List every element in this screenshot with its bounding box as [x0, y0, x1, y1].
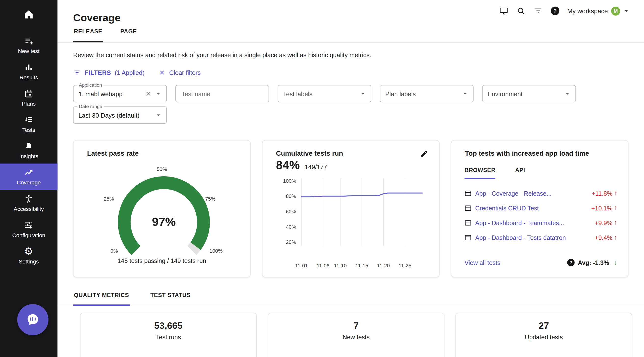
tab-browser[interactable]: BROWSER — [464, 167, 496, 179]
svg-text:11-20: 11-20 — [377, 263, 390, 268]
arrow-up-icon: ↑ — [614, 204, 617, 212]
chat-launcher-button[interactable] — [17, 304, 48, 335]
test-labels-select[interactable]: Test labels — [278, 85, 371, 102]
tab-quality-metrics[interactable]: QUALITY METRICS — [73, 286, 130, 306]
release-page-tabs: RELEASE PAGE — [58, 23, 644, 43]
plan-labels-select[interactable]: Plan labels — [380, 85, 474, 102]
stat-value: 27 — [456, 320, 632, 331]
clear-filters-button[interactable]: Clear filters — [158, 69, 201, 76]
sidebar-item-insights[interactable]: Insights — [0, 137, 58, 164]
settings-gear-icon: ⚙ — [24, 246, 34, 256]
cumulative-percent: 84% — [276, 159, 300, 172]
help-icon[interactable] — [551, 7, 559, 15]
load-time-delta: +10.1% — [591, 205, 612, 211]
quality-metrics-stats: 53,665 Test runs 7 New tests 27 Updated … — [58, 313, 644, 357]
filter-icon — [73, 69, 81, 76]
home-icon — [22, 8, 35, 20]
sidebar-item-new-test[interactable]: New test — [0, 32, 58, 59]
arrow-up-icon: ↑ — [614, 219, 617, 226]
chevron-down-icon — [360, 91, 366, 97]
sidebar-item-label: Coverage — [17, 179, 41, 186]
chat-bubble-icon — [26, 313, 40, 327]
stat-card-updated-tests: 27 Updated tests — [456, 313, 632, 357]
app-window: New test Results Plans Tests In — [0, 0, 644, 357]
application-select[interactable]: Application 1. mabl webapp — [73, 85, 167, 102]
application-field-value: 1. mabl webapp — [78, 90, 145, 97]
arrow-down-icon: ↓ — [614, 259, 617, 266]
cumulative-value-row: 84% 149/177 — [276, 159, 327, 172]
sidebar-item-settings[interactable]: ⚙ Settings — [0, 242, 58, 269]
pass-rate-value: 97% — [118, 215, 210, 229]
test-labels-value: Test labels — [283, 90, 360, 97]
sidebar-item-accessibility[interactable]: Accessibility — [0, 190, 58, 216]
filter-list-icon[interactable] — [534, 6, 543, 16]
test-link[interactable]: Credentials CRUD Test — [475, 205, 591, 211]
clear-filters-label: Clear filters — [169, 69, 201, 76]
topbar: Coverage My workspace M — [58, 0, 644, 23]
gauge-tick-50: 50% — [156, 166, 167, 172]
cumulative-line-chart: 11-0111-0611-1011-1511-2011-25100%80%60%… — [275, 174, 437, 271]
date-range-select[interactable]: Date range Last 30 Days (default) — [73, 106, 167, 124]
desktop-icon[interactable] — [499, 6, 508, 16]
browser-window-icon — [464, 205, 472, 211]
filter-fields: Application 1. mabl webapp Test labels — [73, 85, 628, 124]
stat-label: Updated tests — [456, 334, 632, 340]
sidebar-item-plans[interactable]: Plans — [0, 85, 58, 111]
sidebar-item-configuration[interactable]: Configuration — [0, 216, 58, 242]
browser-window-icon — [464, 234, 472, 241]
top-tests-tabs: BROWSER API — [464, 167, 525, 179]
page-description: Review the current status and related ri… — [73, 51, 628, 58]
tests-icon — [24, 115, 34, 125]
svg-text:11-06: 11-06 — [316, 263, 329, 268]
application-field-label: Application — [77, 83, 104, 87]
sidebar-item-coverage[interactable]: Coverage — [0, 164, 58, 190]
chevron-down-icon — [155, 112, 162, 118]
list-item: App - Dashboard - Tests datatron +9.4% ↑ — [464, 230, 618, 245]
workspace-label: My workspace — [567, 7, 608, 15]
search-icon[interactable] — [516, 6, 526, 16]
clear-application-icon[interactable] — [145, 90, 152, 97]
sidebar-item-results[interactable]: Results — [0, 59, 58, 85]
stat-label: New tests — [268, 334, 444, 340]
sidebar-item-home[interactable] — [0, 8, 58, 32]
stat-label: Test runs — [80, 334, 256, 340]
test-name-input-field[interactable] — [176, 85, 269, 102]
list-item: App - Coverage - Release... +11.8% ↑ — [464, 186, 618, 200]
avg-help-icon[interactable] — [567, 259, 574, 266]
sidebar-item-tests[interactable]: Tests — [0, 111, 58, 137]
test-name-input[interactable] — [181, 90, 264, 98]
test-link[interactable]: App - Dashboard - Teammates... — [475, 219, 595, 226]
edit-pencil-icon[interactable] — [420, 150, 428, 159]
svg-text:20%: 20% — [286, 239, 296, 245]
stat-value: 53,665 — [80, 320, 256, 331]
latest-pass-rate-card: Latest pass rate 50% 25% 75% 0% 100% 97%… — [73, 140, 250, 277]
view-all-tests-link[interactable]: View all tests — [464, 259, 500, 266]
svg-text:11-10: 11-10 — [334, 263, 347, 268]
chevron-down-icon — [564, 91, 570, 97]
filters-label: FILTERS — [85, 69, 111, 76]
date-range-field-value: Last 30 Days (default) — [78, 112, 155, 118]
pass-rate-title: Latest pass rate — [87, 150, 139, 157]
gauge-tick-100: 100% — [209, 248, 222, 254]
workspace-selector[interactable]: My workspace M — [567, 7, 629, 16]
tab-test-status[interactable]: TEST STATUS — [150, 286, 192, 306]
filters-toggle[interactable]: FILTERS (1 Applied) — [73, 69, 144, 76]
environment-select[interactable]: Environment — [482, 85, 576, 102]
close-icon — [158, 69, 166, 76]
gauge-tick-75: 75% — [205, 196, 216, 202]
svg-text:100%: 100% — [283, 178, 296, 184]
stat-card-test-runs: 53,665 Test runs — [80, 313, 257, 357]
main-content: Coverage My workspace M — [58, 0, 644, 357]
sidebar-item-label: Configuration — [12, 232, 45, 238]
tab-release[interactable]: RELEASE — [73, 23, 103, 43]
sidebar-item-label: Plans — [22, 101, 36, 107]
environment-value: Environment — [488, 90, 564, 97]
tab-api[interactable]: API — [515, 167, 525, 179]
test-link[interactable]: App - Coverage - Release... — [475, 190, 592, 196]
svg-text:11-15: 11-15 — [356, 263, 368, 268]
test-link[interactable]: App - Dashboard - Tests datatron — [475, 234, 595, 241]
stat-value: 7 — [268, 320, 444, 331]
tab-page[interactable]: PAGE — [120, 23, 138, 43]
avg-group: Avg: -1.3% ↓ — [567, 259, 617, 266]
chevron-down-icon — [155, 91, 162, 97]
